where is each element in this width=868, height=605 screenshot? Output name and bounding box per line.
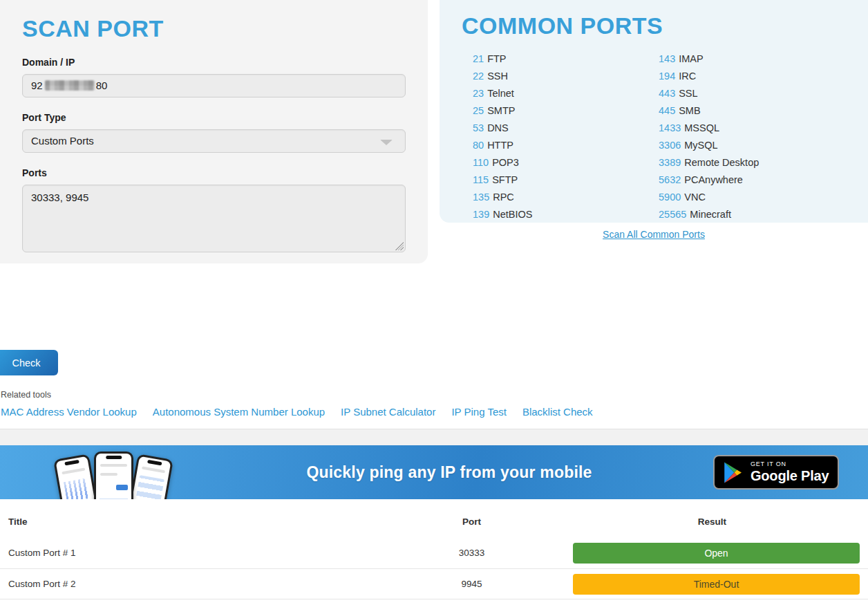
- google-play-badge-text: GET IT ON Google Play: [751, 460, 829, 484]
- result-port: 9945: [387, 579, 556, 589]
- ports-textarea[interactable]: 30333, 9945: [22, 185, 406, 252]
- common-port-name: RPC: [493, 192, 514, 203]
- related-tools-links: MAC Address Vendor Lookup Autonomous Sys…: [1, 406, 593, 418]
- common-port-link[interactable]: 139: [473, 209, 489, 220]
- results-header-row: Title Port Result: [0, 499, 868, 537]
- common-port-link[interactable]: 25565: [659, 209, 686, 220]
- domain-ip-value-prefix: 92: [31, 80, 43, 91]
- common-port-name: IRC: [679, 71, 696, 82]
- common-port-name: HTTP: [487, 140, 513, 151]
- domain-ip-label: Domain / IP: [22, 57, 406, 68]
- ports-value: 30333, 9945: [31, 192, 88, 203]
- scan-all-common-ports-link[interactable]: Scan All Common Ports: [440, 229, 868, 240]
- common-port-item: 21FTP: [473, 50, 659, 68]
- common-port-item: 22SSH: [473, 68, 659, 85]
- common-port-name: Minecraft: [690, 209, 731, 220]
- common-port-name: SSL: [679, 88, 697, 99]
- chevron-down-icon: [380, 140, 393, 145]
- port-type-label: Port Type: [22, 112, 406, 123]
- common-port-name: NetBIOS: [493, 209, 532, 220]
- related-tool-link[interactable]: Blacklist Check: [522, 406, 593, 418]
- common-port-name: IMAP: [679, 53, 703, 64]
- common-port-item: 443SSL: [659, 85, 866, 102]
- port-type-select[interactable]: Custom Ports: [22, 129, 406, 153]
- common-port-link[interactable]: 53: [473, 122, 484, 133]
- common-port-name: SMB: [679, 105, 700, 116]
- common-port-name: SMTP: [487, 105, 515, 116]
- common-port-item: 115SFTP: [473, 171, 659, 189]
- common-port-name: SFTP: [492, 174, 518, 185]
- common-port-link[interactable]: 1433: [659, 122, 681, 133]
- common-port-link[interactable]: 3306: [659, 140, 681, 151]
- common-port-item: 110POP3: [473, 154, 659, 171]
- scan-port-title: SCAN PORT: [22, 15, 406, 42]
- common-port-link[interactable]: 22: [473, 71, 484, 82]
- port-scanner-page: SCAN PORT Domain / IP 9280 Port Type Cus…: [0, 0, 868, 605]
- common-port-link[interactable]: 80: [473, 140, 484, 151]
- common-port-link[interactable]: 443: [659, 88, 675, 99]
- related-tool-link[interactable]: IP Ping Test: [451, 406, 507, 418]
- common-port-item: 23Telnet: [473, 85, 659, 102]
- common-port-link[interactable]: 25: [473, 105, 484, 116]
- common-port-item: 80HTTP: [473, 137, 659, 154]
- common-port-link[interactable]: 23: [473, 88, 484, 99]
- common-port-name: Remote Desktop: [684, 157, 759, 168]
- common-port-item: 1433MSSQL: [659, 120, 866, 137]
- common-port-item: 194IRC: [659, 68, 866, 85]
- common-port-item: 5632PCAnywhere: [659, 171, 866, 189]
- common-port-link[interactable]: 143: [659, 53, 675, 64]
- resize-handle-icon[interactable]: [395, 241, 404, 250]
- scan-port-card: SCAN PORT Domain / IP 9280 Port Type Cus…: [0, 0, 428, 263]
- common-port-link[interactable]: 135: [473, 192, 489, 203]
- common-port-link[interactable]: 110: [473, 157, 489, 168]
- common-ports-card: COMMON PORTS 21FTP 22SSH 23Telnet 25SMTP…: [440, 0, 868, 223]
- related-tools-heading: Related tools: [1, 390, 51, 400]
- common-port-link[interactable]: 194: [659, 71, 675, 82]
- common-port-link[interactable]: 21: [473, 53, 484, 64]
- common-ports-title: COMMON PORTS: [462, 12, 868, 39]
- common-port-name: PCAnywhere: [684, 174, 743, 185]
- common-port-item: 3389Remote Desktop: [659, 154, 866, 171]
- result-title: Custom Port # 1: [0, 548, 387, 558]
- results-body: Custom Port # 1 30333 Open Custom Port #…: [0, 537, 868, 599]
- common-port-item: 3306MySQL: [659, 137, 866, 154]
- result-port: 30333: [387, 548, 556, 558]
- redacted-ip-segment: [45, 80, 95, 91]
- common-port-link[interactable]: 5900: [659, 192, 681, 203]
- table-row: Custom Port # 1 30333 Open: [0, 537, 868, 568]
- common-port-name: Telnet: [487, 88, 514, 99]
- common-port-name: FTP: [487, 53, 506, 64]
- phone-mockup-left: [53, 454, 100, 499]
- status-badge: Open: [573, 543, 860, 564]
- phone-mockups-image: [59, 448, 169, 499]
- common-port-item: 53DNS: [473, 120, 659, 137]
- common-port-link[interactable]: 5632: [659, 174, 681, 185]
- google-play-icon: [723, 461, 744, 484]
- common-port-item: 135RPC: [473, 189, 659, 206]
- related-tool-link[interactable]: IP Subnet Calculator: [341, 406, 435, 418]
- related-tool-link[interactable]: Autonomous System Number Lookup: [153, 406, 325, 418]
- common-port-item: 139NetBIOS: [473, 206, 659, 223]
- common-ports-column-1: 21FTP 22SSH 23Telnet 25SMTP 53DNS 80HTTP…: [473, 50, 659, 223]
- common-port-name: SSH: [487, 71, 508, 82]
- result-title: Custom Port # 2: [0, 579, 387, 589]
- check-button[interactable]: Check: [0, 350, 58, 375]
- common-port-item: 445SMB: [659, 102, 866, 120]
- related-tool-link[interactable]: MAC Address Vendor Lookup: [1, 406, 137, 418]
- common-port-link[interactable]: 3389: [659, 157, 681, 168]
- domain-ip-input[interactable]: 9280: [22, 74, 406, 97]
- domain-ip-value-suffix: 80: [96, 80, 108, 91]
- phone-mockup-center: [94, 452, 133, 499]
- header-port: Port: [387, 516, 556, 527]
- common-port-name: POP3: [492, 157, 519, 168]
- google-play-badge[interactable]: GET IT ON Google Play: [713, 455, 839, 490]
- common-port-link[interactable]: 115: [473, 174, 489, 185]
- port-type-selected-value: Custom Ports: [31, 135, 94, 147]
- common-port-link[interactable]: 445: [659, 105, 675, 116]
- common-port-item: 25SMTP: [473, 102, 659, 120]
- common-ports-list: 21FTP 22SSH 23Telnet 25SMTP 53DNS 80HTTP…: [462, 50, 868, 223]
- common-port-item: 143IMAP: [659, 50, 866, 68]
- common-port-item: 25565Minecraft: [659, 206, 866, 223]
- status-badge: Timed-Out: [573, 574, 860, 595]
- phone-mockup-right: [126, 454, 173, 499]
